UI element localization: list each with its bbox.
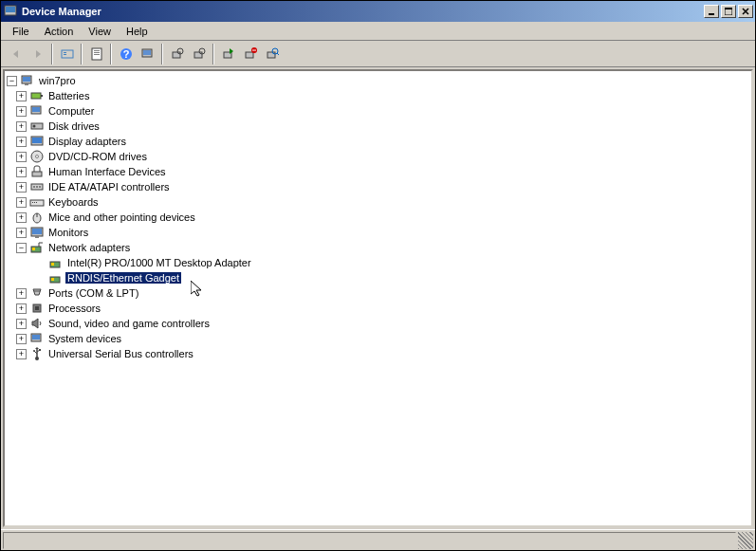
tree-node-intel-adapter[interactable]: Intel(R) PRO/1000 MT Desktop Adapter <box>7 255 749 270</box>
svg-rect-21 <box>246 52 253 58</box>
tree-node-ports[interactable]: + Ports (COM & LPT) <box>7 285 749 301</box>
expand-icon[interactable]: + <box>16 137 27 147</box>
dvd-icon <box>29 149 45 164</box>
disable-button[interactable] <box>239 44 261 64</box>
svg-rect-38 <box>32 172 42 176</box>
window: Device Manager File Action View Help ? <box>0 0 756 551</box>
ports-icon <box>29 285 45 301</box>
help-button[interactable]: ? <box>115 44 137 64</box>
show-hide-button[interactable] <box>56 44 78 64</box>
menu-file[interactable]: File <box>5 24 37 39</box>
menubar: File Action View Help <box>1 22 755 41</box>
collapse-icon[interactable]: − <box>7 76 17 86</box>
tree-node-network[interactable]: − Network adapters <box>7 240 749 255</box>
keyboard-icon <box>29 194 45 210</box>
svg-point-33 <box>33 125 36 128</box>
tree-node-hid[interactable]: + Human Interface Devices <box>7 164 749 179</box>
expand-icon[interactable]: + <box>16 349 27 359</box>
expand-icon[interactable]: + <box>16 303 27 314</box>
usb-icon <box>29 346 45 361</box>
tree-root[interactable]: − win7pro <box>7 73 749 88</box>
tree-node-ide[interactable]: + IDE ATA/ATAPI controllers <box>7 179 749 194</box>
forward-button[interactable] <box>27 44 48 64</box>
svg-rect-64 <box>32 335 40 340</box>
svg-rect-44 <box>32 202 33 203</box>
svg-rect-46 <box>36 202 37 203</box>
tree-node-display[interactable]: + Display adapters <box>7 134 749 149</box>
scan-hardware-button[interactable] <box>261 44 283 64</box>
minimize-button[interactable] <box>704 5 719 18</box>
svg-rect-7 <box>64 54 66 55</box>
tree-node-rndis[interactable]: RNDIS/Ethernet Gadget <box>7 270 749 285</box>
maximize-button[interactable] <box>721 5 736 18</box>
svg-rect-45 <box>34 202 35 203</box>
svg-rect-28 <box>31 93 41 99</box>
expand-icon[interactable]: + <box>16 228 27 238</box>
properties-button[interactable] <box>85 44 107 64</box>
svg-point-37 <box>36 156 39 158</box>
resize-grip[interactable] <box>738 532 753 549</box>
update-driver-button[interactable] <box>166 44 188 64</box>
svg-rect-15 <box>143 50 151 55</box>
expand-icon[interactable]: + <box>16 167 27 177</box>
svg-rect-35 <box>32 138 42 143</box>
tree-node-monitors[interactable]: + Monitors <box>7 225 749 240</box>
tree-node-batteries[interactable]: + Batteries <box>7 88 749 103</box>
svg-rect-50 <box>32 229 42 234</box>
tree-node-usb[interactable]: + Universal Serial Bus controllers <box>7 346 749 361</box>
menu-action[interactable]: Action <box>37 24 82 39</box>
titlebar[interactable]: Device Manager <box>1 1 755 22</box>
tree-node-system[interactable]: + System devices <box>7 331 749 346</box>
expand-icon[interactable]: + <box>16 334 27 344</box>
expand-icon[interactable]: + <box>16 121 27 132</box>
svg-rect-4 <box>725 8 732 9</box>
status-pane <box>3 532 736 549</box>
svg-rect-31 <box>32 107 40 112</box>
tree-node-keyboards[interactable]: + Keyboards <box>7 194 749 210</box>
tree-node-sound[interactable]: + Sound, video and game controllers <box>7 316 749 331</box>
back-button[interactable] <box>5 44 27 64</box>
scan-button[interactable] <box>137 44 158 64</box>
window-title: Device Manager <box>22 6 704 17</box>
svg-rect-57 <box>51 278 54 281</box>
menu-help[interactable]: Help <box>119 24 156 39</box>
tree-node-disk[interactable]: + Disk drives <box>7 119 749 134</box>
network-adapter-icon <box>48 270 64 285</box>
expand-icon[interactable]: + <box>16 319 27 329</box>
svg-rect-5 <box>62 50 73 58</box>
disk-icon <box>29 119 45 134</box>
svg-point-67 <box>33 350 35 352</box>
tree-node-dvd[interactable]: + DVD/CD-ROM drives <box>7 149 749 164</box>
expand-icon[interactable]: + <box>16 152 27 162</box>
hid-icon <box>29 164 45 179</box>
expand-icon[interactable]: + <box>16 182 27 193</box>
enable-button[interactable] <box>217 44 239 64</box>
svg-rect-41 <box>36 186 38 188</box>
expand-icon[interactable]: + <box>16 197 27 208</box>
svg-rect-9 <box>94 50 100 51</box>
tree-root-label: win7pro <box>37 75 78 86</box>
collapse-icon[interactable]: − <box>16 243 27 253</box>
battery-icon <box>29 88 45 103</box>
svg-rect-11 <box>94 54 100 55</box>
svg-rect-62 <box>35 306 39 310</box>
tree-node-processors[interactable]: + Processors <box>7 301 749 316</box>
menu-view[interactable]: View <box>81 24 119 39</box>
tree-node-mice[interactable]: + Mice and other pointing devices <box>7 210 749 225</box>
svg-rect-23 <box>267 52 275 58</box>
uninstall-button[interactable] <box>188 44 210 64</box>
computer-icon <box>20 73 35 88</box>
svg-rect-55 <box>51 263 54 266</box>
expand-icon[interactable]: + <box>16 212 27 223</box>
svg-rect-68 <box>39 349 41 351</box>
expand-icon[interactable]: + <box>16 106 27 117</box>
tree-view[interactable]: − win7pro + Batteries + Computer <box>3 69 753 527</box>
statusbar <box>1 529 755 550</box>
expand-icon[interactable]: + <box>16 288 27 299</box>
expand-icon[interactable]: + <box>16 91 27 101</box>
system-icon <box>29 331 45 346</box>
network-adapter-icon <box>48 255 64 270</box>
svg-rect-29 <box>41 95 43 97</box>
close-button[interactable] <box>738 5 753 18</box>
tree-node-computer[interactable]: + Computer <box>7 103 749 119</box>
